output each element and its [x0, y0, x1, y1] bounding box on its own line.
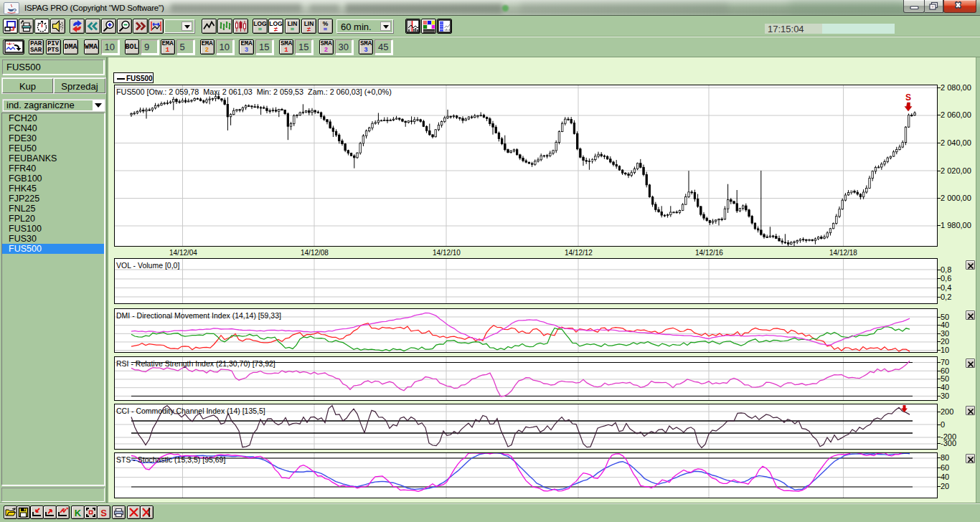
svg-text:S: S [100, 508, 107, 518]
svg-text:=: = [258, 26, 262, 33]
svg-text:≠: ≠ [307, 26, 311, 33]
svg-text:+: + [8, 41, 11, 47]
svg-text:K: K [74, 508, 81, 518]
svg-text:=: = [324, 26, 327, 33]
svg-text:=: = [291, 26, 294, 33]
svg-text:≠: ≠ [274, 26, 278, 33]
svg-text:S: S [905, 92, 911, 103]
